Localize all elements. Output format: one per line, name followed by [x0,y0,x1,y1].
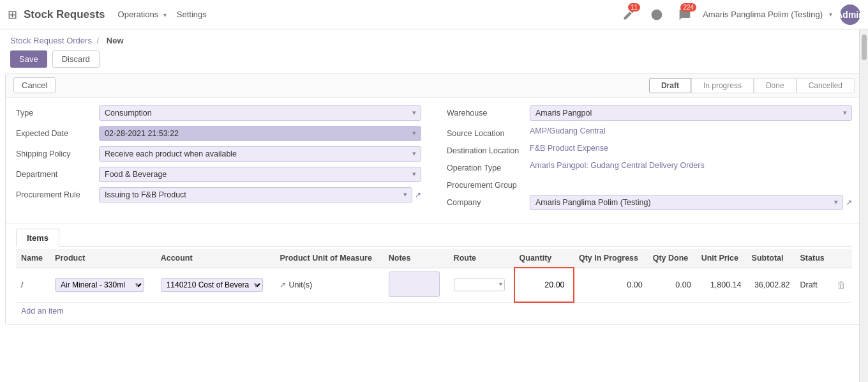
uom-value: Unit(s) [288,280,312,289]
destination-location-value: F&B Product Expense [530,141,608,153]
col-route: Route [449,249,514,268]
route-select[interactable] [454,279,505,291]
source-location-value: AMP/Gudang Central [530,123,606,135]
table-header-row: Name Product Account Product Unit of Mea… [16,249,852,268]
scrollbar[interactable] [859,29,868,382]
col-qty-done: Qty Done [648,249,696,268]
tab-items[interactable]: Items [16,229,59,247]
department-row: Department Food & Beverage [16,167,421,182]
source-location-row: Source Location AMP/Gudang Central [447,126,852,138]
expected-date-row: Expected Date [16,126,421,141]
nav-right: 11 224 Amaris Panglima Polim (Testing) ▾… [618,4,860,25]
source-location-label: Source Location [447,126,530,138]
col-account: Account [156,249,275,268]
expected-date-label: Expected Date [16,126,99,138]
row-uom: ↗ Unit(s) [274,268,383,302]
add-item-link[interactable]: Add an item [16,303,69,319]
procurement-rule-row: Procurement Rule Issuing to F&B Product … [16,187,421,202]
row-notes [384,268,449,302]
breadcrumb-current: New [107,36,124,45]
edit-badge-icon[interactable]: 11 [618,4,639,25]
shipping-policy-select[interactable]: Receive each product when available [99,146,421,162]
scrollbar-thumb[interactable] [862,34,867,60]
col-name: Name [16,249,50,268]
col-subtotal: Subtotal [747,249,795,268]
company-field: Amaris Panglima Polim (Testing) ↗ [530,195,852,210]
row-subtotal: 36,002.82 [747,268,795,302]
department-field: Food & Beverage [99,167,421,182]
row-delete: 🗑 [832,268,852,302]
form-left-col: Type Consumption Expected Date [16,105,421,215]
warehouse-label: Warehouse [447,105,530,118]
nav-settings[interactable]: Settings [177,10,207,19]
warehouse-row: Warehouse Amaris Pangpol [447,105,852,121]
row-qty-in-progress: 0.00 [574,268,648,302]
status-step-done[interactable]: Done [754,78,797,93]
row-name: / [16,268,50,302]
operation-type-label: Operation Type [447,160,530,172]
row-unit-price: 1,800.14 [696,268,747,302]
department-select[interactable]: Food & Beverage [99,167,421,182]
grid-menu-icon[interactable]: ⊞ [8,8,17,22]
col-unit-price: Unit Price [696,249,747,268]
notes-textarea[interactable] [389,271,440,297]
nav-operations[interactable]: Operations ▾ [118,10,167,19]
type-label: Type [16,105,99,118]
department-label: Department [16,167,99,179]
edit-count: 11 [628,3,640,11]
expected-date-input[interactable] [99,126,421,141]
status-step-inprogress[interactable]: In progress [691,78,754,93]
user-name: Amaris Panglima Polim (Testing) [703,10,823,19]
company-select[interactable]: Amaris Panglima Polim (Testing) [530,195,843,210]
items-tab-area: Items [6,224,862,249]
shipping-policy-label: Shipping Policy [16,146,99,158]
top-nav-menu: Operations ▾ Settings [118,10,207,19]
col-product: Product [50,249,156,268]
user-menu[interactable]: Amaris Panglima Polim (Testing) ▾ [703,10,832,19]
type-select[interactable]: Consumption [99,105,421,121]
procurement-rule-ext-icon[interactable]: ↗ [415,190,421,199]
shipping-policy-field: Receive each product when available [99,146,421,162]
procurement-rule-label: Procurement Rule [16,187,99,199]
clock-badge-icon[interactable] [647,4,667,25]
items-table: Name Product Account Product Unit of Mea… [16,249,852,303]
user-avatar[interactable]: Admin [840,4,860,25]
cancel-button[interactable]: Cancel [13,77,56,93]
status-step-cancelled[interactable]: Cancelled [797,78,855,93]
breadcrumb-parent[interactable]: Stock Request Orders [10,36,92,45]
type-field: Consumption [99,105,421,121]
destination-location-row: Destination Location F&B Product Expense [447,143,852,155]
chat-count: 224 [680,3,696,11]
company-row: Company Amaris Panglima Polim (Testing) … [447,195,852,210]
col-notes: Notes [384,249,449,268]
operation-type-value: Amaris Pangpol: Gudang Central Delivery … [530,158,705,170]
status-bar: Cancel Draft In progress Done Cancelled [6,73,862,98]
row-quantity [514,268,574,302]
app-title: Stock Requests [24,8,105,21]
procurement-rule-field: Issuing to F&B Product ↗ [99,187,421,202]
row-account: 1140210 Cost of Bevera... [156,268,275,302]
discard-button[interactable]: Discard [52,50,100,68]
row-product: Air Mineral - 330ml [50,268,156,302]
account-select[interactable]: 1140210 Cost of Bevera... [161,278,263,292]
chat-badge-icon[interactable]: 224 [675,4,695,25]
product-select[interactable]: Air Mineral - 330ml [55,278,144,292]
operation-type-row: Operation Type Amaris Pangpol: Gudang Ce… [447,160,852,172]
uom-ext-icon[interactable]: ↗ [280,280,286,289]
shipping-policy-row: Shipping Policy Receive each product whe… [16,146,421,162]
form-right-col: Warehouse Amaris Pangpol Source Location… [447,105,852,215]
quantity-input[interactable] [520,280,565,289]
col-quantity: Quantity [514,249,574,268]
procurement-group-label: Procurement Group [447,178,530,190]
destination-location-label: Destination Location [447,143,530,155]
company-ext-icon[interactable]: ↗ [846,198,852,207]
delete-row-button[interactable]: 🗑 [837,280,846,290]
procurement-rule-select[interactable]: Issuing to F&B Product [99,187,412,202]
status-step-draft[interactable]: Draft [649,78,691,93]
action-bar: Save Discard [0,48,868,73]
table-row: / Air Mineral - 330ml 1140210 [16,268,852,302]
save-button[interactable]: Save [10,50,47,68]
warehouse-select[interactable]: Amaris Pangpol [530,105,852,121]
main-content: Cancel Draft In progress Done Cancelled … [5,73,863,325]
status-steps: Draft In progress Done Cancelled [649,78,855,93]
